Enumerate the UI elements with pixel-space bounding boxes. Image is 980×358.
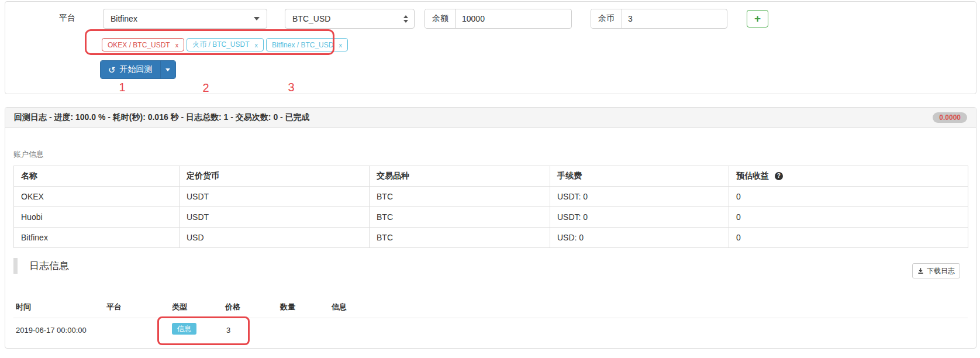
download-icon	[917, 267, 924, 274]
platform-select[interactable]: Bitfinex	[103, 9, 267, 29]
table-cell: 0	[729, 187, 968, 207]
section-accent-bar	[13, 258, 18, 274]
log-col-price: 价格	[225, 302, 240, 312]
log-col-type: 类型	[172, 302, 187, 312]
symbol-select[interactable]: BTC_USD	[285, 9, 415, 29]
table-cell: Huobi	[14, 207, 180, 228]
platform-select-value: Bitfinex	[111, 14, 137, 23]
col-name: 名称	[14, 166, 180, 187]
account-table-body: OKEXUSDTBTCUSDT: 00HuobiUSDTBTCUSDT: 00B…	[14, 187, 968, 248]
tag-label: OKEX / BTC_USDT	[108, 41, 170, 49]
tag-label: 火币 / BTC_USDT	[192, 40, 249, 50]
start-backtest-split-button: ↺ 开始回测	[100, 60, 176, 79]
backtest-page: 平台 Bitfinex BTC_USD 余额 余币 + OKEX / BTC_U…	[0, 0, 980, 358]
table-row: BitfinexUSDBTCUSD: 00	[14, 228, 968, 248]
col-estimated-profit-label: 预估收益	[736, 171, 769, 180]
undo-icon: ↺	[108, 66, 116, 74]
table-cell: USDT	[180, 207, 370, 228]
table-cell: OKEX	[14, 187, 180, 207]
tag-bitfinex-btc-usd[interactable]: Bitfinex / BTC_USD x	[266, 38, 348, 51]
download-log-button[interactable]: 下载日志	[912, 263, 960, 278]
log-table-divider	[13, 318, 968, 318]
log-header-title: 回测日志 - 进度: 100.0 % - 耗时(秒): 0.016 秒 - 日志…	[14, 112, 310, 123]
log-col-info: 信息	[332, 302, 347, 312]
table-cell: USD	[180, 228, 370, 248]
coin-input-group: 余币	[591, 9, 727, 29]
help-icon[interactable]: ?	[775, 172, 783, 180]
balance-label: 余额	[425, 9, 456, 28]
col-estimated-profit: 预估收益 ?	[729, 166, 968, 187]
tag-label: Bitfinex / BTC_USD	[272, 41, 333, 49]
balance-input-group: 余额	[425, 9, 572, 29]
table-cell: BTC	[370, 207, 550, 228]
plus-icon: +	[754, 12, 761, 25]
close-icon[interactable]: x	[339, 42, 342, 49]
coin-input[interactable]	[622, 9, 727, 28]
chevron-down-icon	[254, 17, 260, 20]
log-row-price: 3	[226, 326, 230, 335]
log-info-title: 日志信息	[29, 259, 69, 273]
table-cell: 0	[729, 228, 968, 248]
col-fee: 手续费	[550, 166, 729, 187]
table-cell: USD: 0	[550, 228, 729, 248]
platform-label: 平台	[59, 8, 75, 27]
col-instrument: 交易品种	[370, 166, 550, 187]
log-row-time: 2019-06-17 00:00:00	[16, 326, 87, 335]
close-icon[interactable]: x	[255, 42, 258, 49]
account-info-label: 账户信息	[13, 149, 44, 160]
coin-label: 余币	[591, 9, 622, 28]
start-backtest-dropdown-toggle[interactable]	[160, 61, 175, 78]
result-badge: 0.0000	[933, 112, 967, 123]
table-cell: BTC	[370, 228, 550, 248]
start-backtest-button[interactable]: ↺ 开始回测	[101, 61, 160, 78]
log-col-time: 时间	[16, 302, 31, 312]
table-cell: USDT: 0	[550, 207, 729, 228]
tag-okex-btc-usdt[interactable]: OKEX / BTC_USDT x	[102, 38, 184, 51]
chevron-down-icon	[165, 68, 170, 71]
table-cell: USDT	[180, 187, 370, 207]
table-row: HuobiUSDTBTCUSDT: 00	[14, 207, 968, 228]
log-col-platform: 平台	[106, 302, 122, 312]
account-table-header-row: 名称 定价货币 交易品种 手续费 预估收益 ?	[14, 166, 968, 187]
table-cell: Bitfinex	[14, 228, 180, 248]
close-icon[interactable]: x	[175, 42, 179, 49]
selected-platform-tags: OKEX / BTC_USDT x 火币 / BTC_USDT x Bitfin…	[102, 38, 348, 51]
col-quote-currency: 定价货币	[180, 166, 370, 187]
table-cell: BTC	[370, 187, 550, 207]
log-panel-header: 回测日志 - 进度: 100.0 % - 耗时(秒): 0.016 秒 - 日志…	[5, 108, 976, 128]
table-row: OKEXUSDTBTCUSDT: 00	[14, 187, 968, 207]
start-backtest-label: 开始回测	[120, 64, 153, 75]
log-row-type-badge: 信息	[172, 323, 196, 335]
table-cell: 0	[729, 207, 968, 228]
tag-huobi-btc-usdt[interactable]: 火币 / BTC_USDT x	[187, 38, 264, 51]
download-log-label: 下载日志	[927, 266, 955, 276]
table-cell: USDT: 0	[550, 187, 729, 207]
balance-input[interactable]	[456, 9, 571, 28]
log-col-quantity: 数量	[280, 302, 295, 312]
backtest-config-panel: 平台 Bitfinex BTC_USD 余额 余币 + OKEX / BTC_U…	[5, 1, 976, 94]
add-platform-button[interactable]: +	[747, 10, 768, 27]
account-table: 名称 定价货币 交易品种 手续费 预估收益 ? OKEXUSDTBTCUSDT:…	[13, 166, 968, 248]
up-down-arrows-icon	[403, 15, 408, 23]
symbol-select-value: BTC_USD	[292, 14, 330, 23]
